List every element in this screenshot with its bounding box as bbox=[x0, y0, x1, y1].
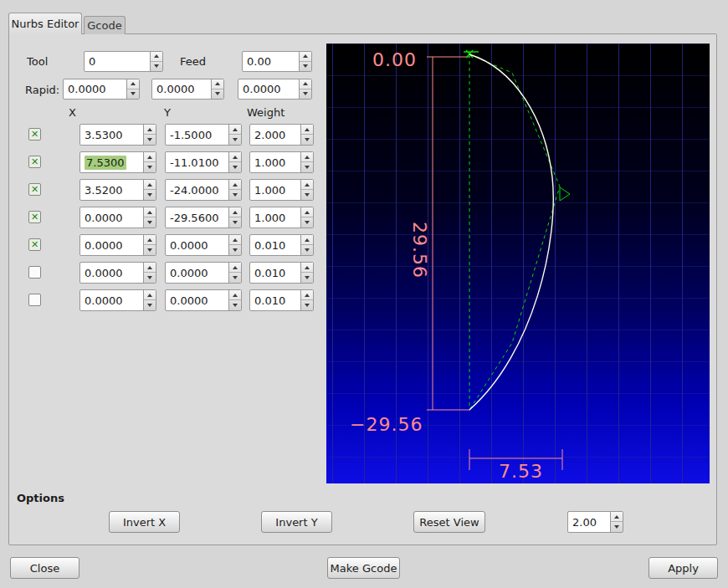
point-x-spinbox[interactable]: 3.5300 bbox=[79, 124, 156, 146]
point-y-steppers[interactable] bbox=[228, 152, 241, 172]
spin-up-icon[interactable] bbox=[144, 180, 156, 190]
point-x-steppers[interactable] bbox=[143, 207, 156, 228]
spin-up-icon[interactable] bbox=[151, 52, 162, 62]
invert-x-button[interactable]: Invert X bbox=[109, 511, 180, 533]
point-weight-steppers[interactable] bbox=[300, 180, 313, 200]
point-weight-spinbox[interactable]: 1.000 bbox=[249, 151, 314, 173]
point-weight-spinbox[interactable]: 0.010 bbox=[249, 234, 314, 256]
spin-up-icon[interactable] bbox=[611, 512, 623, 522]
spin-down-icon[interactable] bbox=[144, 245, 156, 255]
rapid-z-spinbox[interactable]: 0.0000 bbox=[238, 79, 312, 100]
spin-up-icon[interactable] bbox=[144, 263, 156, 273]
feed-steppers[interactable] bbox=[299, 52, 311, 71]
point-x-spinbox[interactable]: 0.0000 bbox=[79, 262, 156, 284]
point-y-spinbox[interactable]: 0.0000 bbox=[165, 289, 242, 311]
close-button[interactable]: Close bbox=[10, 557, 79, 579]
spin-up-icon[interactable] bbox=[229, 125, 241, 135]
spin-up-icon[interactable] bbox=[144, 207, 156, 217]
point-weight-steppers[interactable] bbox=[300, 207, 313, 228]
point-x-spinbox[interactable]: 0.0000 bbox=[79, 207, 156, 228]
spin-down-icon[interactable] bbox=[151, 62, 162, 72]
spin-down-icon[interactable] bbox=[301, 217, 313, 228]
point-enable-checkbox[interactable] bbox=[28, 128, 41, 141]
spin-up-icon[interactable] bbox=[301, 207, 313, 217]
spin-up-icon[interactable] bbox=[229, 152, 241, 162]
point-enable-checkbox[interactable] bbox=[28, 294, 41, 306]
point-weight-spinbox[interactable]: 0.010 bbox=[249, 262, 314, 284]
spin-down-icon[interactable] bbox=[301, 273, 313, 283]
point-x-steppers[interactable] bbox=[143, 235, 156, 255]
point-y-steppers[interactable] bbox=[228, 180, 241, 200]
point-y-steppers[interactable] bbox=[228, 290, 241, 310]
spin-down-icon[interactable] bbox=[144, 300, 156, 310]
point-weight-spinbox[interactable]: 2.000 bbox=[249, 124, 314, 146]
spin-up-icon[interactable] bbox=[300, 79, 311, 89]
scale-spinbox[interactable]: 2.00 bbox=[567, 511, 623, 533]
spin-down-icon[interactable] bbox=[229, 135, 241, 145]
spin-down-icon[interactable] bbox=[301, 162, 313, 172]
spin-down-icon[interactable] bbox=[229, 217, 241, 228]
apply-button[interactable]: Apply bbox=[649, 557, 718, 579]
point-x-steppers[interactable] bbox=[143, 290, 156, 310]
spin-up-icon[interactable] bbox=[301, 180, 313, 190]
spin-up-icon[interactable] bbox=[229, 235, 241, 245]
spin-down-icon[interactable] bbox=[212, 89, 223, 100]
tab-gcode[interactable]: Gcode bbox=[84, 16, 126, 34]
reset-view-button[interactable]: Reset View bbox=[413, 511, 485, 533]
point-x-steppers[interactable] bbox=[143, 263, 156, 283]
spin-down-icon[interactable] bbox=[300, 89, 311, 100]
point-y-steppers[interactable] bbox=[228, 263, 241, 283]
point-weight-steppers[interactable] bbox=[300, 235, 313, 255]
spin-up-icon[interactable] bbox=[229, 290, 241, 300]
point-y-spinbox[interactable]: -11.0100 bbox=[165, 151, 242, 173]
point-enable-checkbox[interactable] bbox=[28, 238, 41, 251]
tool-steppers[interactable] bbox=[150, 52, 162, 71]
point-y-spinbox[interactable]: -1.5000 bbox=[165, 124, 242, 146]
rapid-z-steppers[interactable] bbox=[299, 79, 311, 99]
point-y-spinbox[interactable]: -29.5600 bbox=[165, 207, 242, 228]
spin-down-icon[interactable] bbox=[229, 273, 241, 283]
point-x-spinbox[interactable]: 0.0000 bbox=[79, 234, 156, 256]
point-y-spinbox[interactable]: 0.0000 bbox=[165, 234, 242, 256]
rapid-y-steppers[interactable] bbox=[211, 79, 223, 99]
point-x-steppers[interactable] bbox=[143, 180, 156, 200]
point-y-steppers[interactable] bbox=[228, 125, 241, 145]
point-weight-steppers[interactable] bbox=[300, 152, 313, 172]
spin-down-icon[interactable] bbox=[611, 522, 623, 532]
spin-up-icon[interactable] bbox=[301, 290, 313, 300]
point-weight-spinbox[interactable]: 1.000 bbox=[249, 179, 314, 201]
spin-down-icon[interactable] bbox=[229, 300, 241, 310]
point-x-steppers[interactable] bbox=[143, 152, 156, 172]
rapid-y-spinbox[interactable]: 0.0000 bbox=[151, 79, 224, 100]
point-weight-spinbox[interactable]: 0.010 bbox=[249, 289, 314, 311]
point-weight-steppers[interactable] bbox=[300, 263, 313, 283]
point-y-steppers[interactable] bbox=[228, 235, 241, 255]
point-x-spinbox[interactable]: 7.5300 bbox=[79, 151, 156, 173]
tab-nurbs-editor[interactable]: Nurbs Editor bbox=[8, 13, 82, 34]
point-weight-steppers[interactable] bbox=[300, 290, 313, 310]
make-gcode-button[interactable]: Make Gcode bbox=[327, 557, 400, 579]
feed-spinbox[interactable]: 0.00 bbox=[242, 51, 312, 72]
spin-down-icon[interactable] bbox=[301, 135, 313, 145]
spin-up-icon[interactable] bbox=[229, 207, 241, 217]
spin-down-icon[interactable] bbox=[301, 190, 313, 200]
point-y-spinbox[interactable]: 0.0000 bbox=[165, 262, 242, 284]
spin-down-icon[interactable] bbox=[301, 300, 313, 310]
rapid-x-spinbox[interactable]: 0.0000 bbox=[63, 79, 140, 100]
spin-down-icon[interactable] bbox=[144, 162, 156, 172]
spin-down-icon[interactable] bbox=[144, 273, 156, 283]
spin-up-icon[interactable] bbox=[301, 125, 313, 135]
point-x-spinbox[interactable]: 0.0000 bbox=[79, 289, 156, 311]
spin-up-icon[interactable] bbox=[212, 79, 223, 89]
spin-down-icon[interactable] bbox=[144, 217, 156, 228]
spin-up-icon[interactable] bbox=[300, 52, 311, 62]
point-x-steppers[interactable] bbox=[143, 125, 156, 145]
point-enable-checkbox[interactable] bbox=[28, 156, 41, 168]
point-enable-checkbox[interactable] bbox=[28, 183, 41, 196]
rapid-x-steppers[interactable] bbox=[126, 79, 139, 99]
spin-up-icon[interactable] bbox=[229, 263, 241, 273]
spin-up-icon[interactable] bbox=[301, 235, 313, 245]
point-y-spinbox[interactable]: -24.0000 bbox=[165, 179, 242, 201]
spin-up-icon[interactable] bbox=[144, 290, 156, 300]
spin-up-icon[interactable] bbox=[144, 152, 156, 162]
